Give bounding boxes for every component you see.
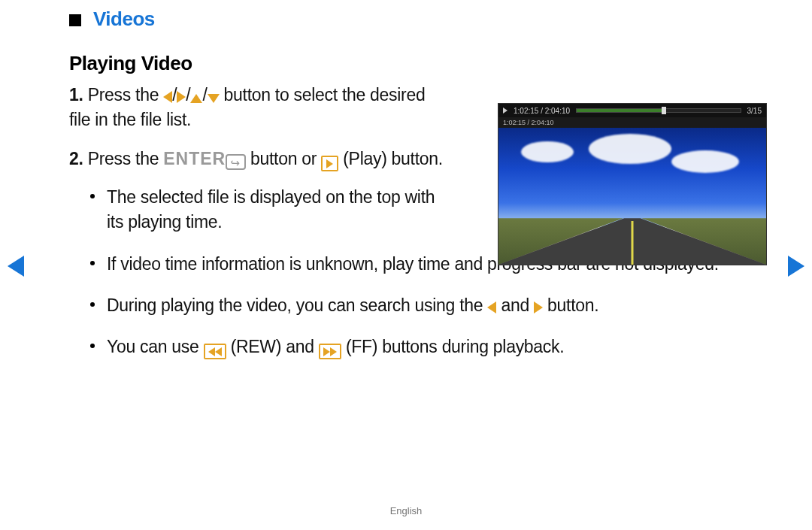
player-progress-fill xyxy=(577,109,662,112)
bullet-dot-icon xyxy=(90,302,95,307)
bullet-1-text: The selected file is displayed on the to… xyxy=(107,185,451,235)
bullet-3-mid: and xyxy=(496,295,534,315)
player-time-sub: 1:02:15 / 2:04:10 xyxy=(503,119,554,126)
bullet-dot-icon xyxy=(90,261,95,265)
subheading: Playing Video xyxy=(69,52,768,75)
section-title: Videos xyxy=(69,8,768,31)
video-player-preview: 1:02:15 / 2:04:10 3/15 1:02:15 / 2:04:10 xyxy=(498,103,767,265)
play-button-icon xyxy=(321,156,338,171)
rewind-button-icon xyxy=(204,344,226,359)
step-2-play-label: (Play) button. xyxy=(338,149,443,168)
dpad-left-icon xyxy=(163,91,172,103)
page-next-button[interactable] xyxy=(788,256,804,277)
enter-icon: ↩ xyxy=(226,154,246,170)
bullet-dot-icon xyxy=(90,344,95,348)
enter-label: ENTER xyxy=(163,149,226,168)
bullet-4-ff: (FF) buttons during playback. xyxy=(341,337,565,356)
player-top-bar: 1:02:15 / 2:04:10 3/15 xyxy=(498,104,766,117)
bullet-1: The selected file is displayed on the to… xyxy=(90,185,451,235)
bullet-4-text: You can use (REW) and (FF) buttons durin… xyxy=(107,335,768,359)
chevron-right-icon xyxy=(788,256,804,277)
section-bullet-icon xyxy=(69,14,81,26)
dpad-down-icon xyxy=(208,94,220,103)
player-video-frame xyxy=(498,128,766,265)
player-progress-knob xyxy=(662,107,666,114)
step-1-number: 1. xyxy=(69,85,83,104)
dpad-left-icon xyxy=(487,301,496,313)
step-2-mid: button or xyxy=(246,149,321,168)
step-1: 1. Press the /// button to select the de… xyxy=(69,83,445,133)
bullet-dot-icon xyxy=(90,194,95,198)
player-time-top: 1:02:15 / 2:04:10 xyxy=(514,107,570,115)
step-2-prefix: Press the xyxy=(88,149,164,168)
fast-forward-button-icon xyxy=(319,344,341,359)
player-progress-bar xyxy=(576,108,741,113)
player-index-count: 3/15 xyxy=(747,107,762,115)
page-prev-button[interactable] xyxy=(8,256,24,277)
chevron-left-icon xyxy=(8,256,24,277)
step-1-prefix: Press the xyxy=(88,85,164,104)
section-title-text: Videos xyxy=(93,8,155,30)
play-indicator-icon xyxy=(503,108,508,114)
footer-language: English xyxy=(0,505,812,516)
bullet-4: You can use (REW) and (FF) buttons durin… xyxy=(90,335,768,359)
dpad-right-icon xyxy=(534,301,543,313)
dpad-up-icon xyxy=(190,94,202,103)
bullet-3-prefix: During playing the video, you can search… xyxy=(107,295,487,315)
step-2-number: 2. xyxy=(69,149,83,168)
player-sub-bar: 1:02:15 / 2:04:10 xyxy=(498,117,766,128)
bullet-3-suffix: button. xyxy=(543,295,598,315)
bullet-4-rew: (REW) and xyxy=(226,337,319,356)
bullet-3: During playing the video, you can search… xyxy=(90,293,768,318)
dpad-right-icon xyxy=(177,91,186,103)
bullet-3-text: During playing the video, you can search… xyxy=(107,293,768,318)
bullet-4-prefix: You can use xyxy=(107,337,204,356)
